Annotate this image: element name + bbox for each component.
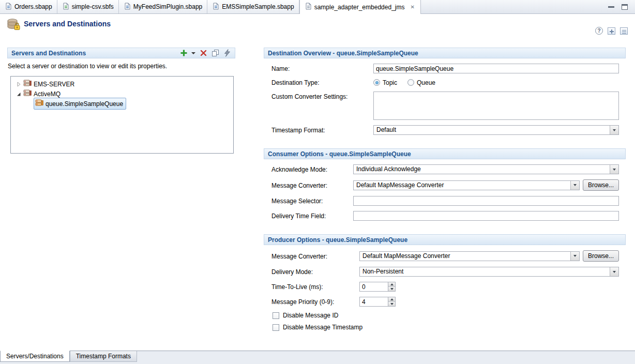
add-icon[interactable] xyxy=(179,49,188,57)
tab-sample-adapter-embedded-jms[interactable]: sample_adapter_embedded_jms ✕ xyxy=(299,0,421,14)
acknowledge-mode-combo[interactable]: Individual Acknowledge xyxy=(353,164,619,174)
tabbar-spacer xyxy=(421,0,608,13)
delivery-mode-label: Delivery Mode: xyxy=(271,268,359,276)
producer-message-converter-label: Message Converter: xyxy=(271,252,359,260)
time-to-live-input[interactable] xyxy=(359,282,388,292)
tab-timestamp-formats[interactable]: Timestamp Formats xyxy=(70,351,137,362)
spin-down-icon[interactable] xyxy=(388,301,395,306)
tab-simple-csv-sbfs[interactable]: simple-csv.sbfs xyxy=(57,0,119,13)
spinner-buttons xyxy=(388,297,396,307)
consumer-browse-button[interactable]: Browse... xyxy=(583,179,619,191)
message-priority-input[interactable] xyxy=(359,297,388,307)
custom-converter-settings-textarea[interactable] xyxy=(373,92,619,120)
add-page-icon[interactable] xyxy=(608,27,615,35)
message-priority-label: Message Priority (0-9): xyxy=(271,298,359,306)
form-header: Servers and Destinations ? xyxy=(0,14,635,46)
help-icon[interactable]: ? xyxy=(595,27,603,35)
topic-radio-label: Topic xyxy=(383,79,397,86)
producer-browse-button[interactable]: Browse... xyxy=(583,250,619,262)
spin-up-icon[interactable] xyxy=(388,297,395,301)
timestamp-format-combo[interactable]: Default xyxy=(373,125,619,135)
chevron-down-icon[interactable] xyxy=(610,267,618,276)
tree-item-label: EMS-SERVER xyxy=(34,81,74,88)
producer-options-section: Producer Options - queue.SimpleSampleQue… xyxy=(264,234,626,331)
acknowledge-mode-label: Acknowledge Mode: xyxy=(271,165,353,173)
servers-tree: EMS-SERVER ActiveMQ queue.SimpleSampleQu… xyxy=(10,76,234,154)
file-icon xyxy=(212,3,219,11)
topic-radio[interactable] xyxy=(373,79,380,86)
section-title: Consumer Options - queue.SimpleSampleQue… xyxy=(268,150,411,158)
section-header: Producer Options - queue.SimpleSampleQue… xyxy=(264,234,626,245)
chevron-down-icon[interactable] xyxy=(570,252,579,261)
queue-icon xyxy=(35,99,43,109)
tree-item-label: ActiveMQ xyxy=(34,90,61,98)
left-section-header: Servers and Destinations xyxy=(7,48,235,58)
layout-icon[interactable] xyxy=(620,27,628,35)
destination-type-label: Destination Type: xyxy=(271,79,373,86)
tab-orders-sbapp[interactable]: Orders.sbapp xyxy=(0,0,57,13)
tab-servers-destinations[interactable]: Servers/Destinations xyxy=(0,351,70,362)
tab-myfeedsimplugin-sbapp[interactable]: MyFeedSimPlugin.sbapp xyxy=(119,0,207,13)
name-input[interactable] xyxy=(373,64,619,73)
panel-description: Select a server or destination to view o… xyxy=(8,63,235,70)
lightning-icon[interactable] xyxy=(223,49,231,57)
disable-message-id-checkbox[interactable] xyxy=(273,312,279,319)
selected-tree-item[interactable]: queue.SimpleSampleQueue xyxy=(34,98,126,110)
disable-message-id-label: Disable Message ID xyxy=(283,312,338,319)
copy-icon[interactable] xyxy=(211,49,219,57)
servers-destinations-panel: Servers and Destinations Select a server… xyxy=(7,48,235,154)
spinner-buttons xyxy=(388,282,396,292)
chevron-down-icon[interactable] xyxy=(610,126,618,134)
message-priority-spinner[interactable] xyxy=(359,297,396,307)
close-icon[interactable]: ✕ xyxy=(409,4,415,10)
tree-item-label: queue.SimpleSampleQueue xyxy=(46,100,123,108)
message-selector-input[interactable] xyxy=(353,196,619,206)
header-actions: ? xyxy=(595,27,628,35)
expander-expanded-icon[interactable] xyxy=(16,92,21,97)
file-icon xyxy=(124,3,131,11)
disable-message-timestamp-checkbox[interactable] xyxy=(273,324,279,331)
delivery-mode-combo[interactable]: Non-Persistent xyxy=(359,267,619,277)
producer-message-converter-combo[interactable]: Default MapMessage Converter xyxy=(359,251,580,261)
combo-value: Default MapMessage Converter xyxy=(360,252,570,261)
time-to-live-spinner[interactable] xyxy=(359,282,396,292)
bottom-tab-label: Timestamp Formats xyxy=(76,353,131,360)
properties-panel: Destination Overview - queue.SimpleSampl… xyxy=(264,48,626,344)
queue-radio-label: Queue xyxy=(417,79,435,86)
expander-collapsed-icon[interactable] xyxy=(16,82,21,87)
bottom-tab-label: Servers/Destinations xyxy=(6,353,64,360)
spin-down-icon[interactable] xyxy=(388,286,395,291)
server-icon xyxy=(23,89,32,99)
tab-label: sample_adapter_embedded_jms xyxy=(314,4,405,11)
left-section-title: Servers and Destinations xyxy=(11,50,86,57)
delete-icon[interactable] xyxy=(199,49,207,57)
add-menu-caret-icon[interactable] xyxy=(191,49,195,57)
delivery-time-field-input[interactable] xyxy=(353,211,619,221)
section-header: Consumer Options - queue.SimpleSampleQue… xyxy=(264,148,626,159)
chevron-down-icon[interactable] xyxy=(570,181,579,190)
queue-radio[interactable] xyxy=(407,79,414,86)
view-controls xyxy=(608,0,635,13)
spin-up-icon[interactable] xyxy=(388,282,395,286)
consumer-message-converter-combo[interactable]: Default MapMessage Converter xyxy=(353,180,580,190)
tab-label: MyFeedSimPlugin.sbapp xyxy=(133,3,202,10)
tab-label: EMSSimpleSample.sbapp xyxy=(222,3,294,10)
maximize-icon[interactable] xyxy=(622,4,628,10)
tab-label: simple-csv.sbfs xyxy=(72,3,114,10)
tab-emssimplesample-sbapp[interactable]: EMSSimpleSample.sbapp xyxy=(207,0,299,13)
bottom-tab-strip: Servers/Destinations Timestamp Formats xyxy=(0,351,635,364)
timestamp-format-label: Timestamp Format: xyxy=(271,126,373,134)
time-to-live-label: Time-To-Live (ms): xyxy=(271,283,359,291)
section-title: Destination Overview - queue.SimpleSampl… xyxy=(268,50,418,57)
tab-label: Orders.sbapp xyxy=(14,3,52,10)
custom-converter-settings-label: Custom Converter Settings: xyxy=(271,92,373,100)
servers-and-destinations-icon xyxy=(7,18,21,33)
file-icon xyxy=(5,3,12,11)
file-icon xyxy=(305,3,312,11)
chevron-down-icon[interactable] xyxy=(610,165,618,174)
message-selector-label: Message Selector: xyxy=(271,197,353,205)
section-title: Producer Options - queue.SimpleSampleQue… xyxy=(268,236,407,244)
tree-item-ems-server[interactable]: EMS-SERVER xyxy=(11,79,233,89)
tree-item-queue-simplesamplequeue[interactable]: queue.SimpleSampleQueue xyxy=(11,99,233,109)
minimize-icon[interactable] xyxy=(608,6,614,8)
